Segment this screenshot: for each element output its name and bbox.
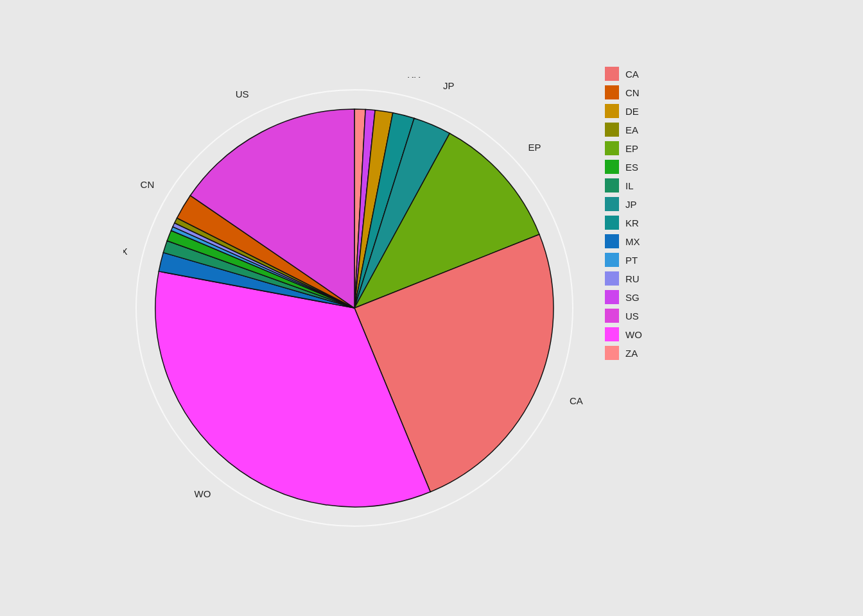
legend-label-es: ES	[625, 162, 638, 173]
legend-item-cn: CN	[605, 85, 740, 99]
legend-item-de: DE	[605, 104, 740, 118]
legend-item-za: ZA	[605, 346, 740, 360]
legend-label-sg: SG	[625, 292, 640, 303]
legend-item-ea: EA	[605, 123, 740, 137]
legend-color-es	[605, 160, 619, 174]
pie-label-kr: KR	[407, 77, 421, 80]
legend-color-mx	[605, 234, 619, 248]
legend-label-ea: EA	[625, 124, 638, 135]
pie-label-wo: WO	[195, 488, 211, 499]
legend-color-pt	[605, 253, 619, 267]
legend-label-il: IL	[625, 180, 634, 191]
legend-item-jp: JP	[605, 197, 740, 211]
legend-item-ep: EP	[605, 141, 740, 155]
legend-item-es: ES	[605, 160, 740, 174]
legend-label-kr: KR	[625, 218, 639, 228]
legend-label-us: US	[625, 311, 639, 321]
legend: CA CN DE EA EP ES IL JP KR MX PT RU SG U…	[598, 32, 740, 584]
legend-color-wo	[605, 327, 619, 341]
legend-label-ep: EP	[625, 143, 638, 154]
pie-container: DEKRJPEPCAWOMXCNUS	[110, 32, 598, 584]
legend-label-pt: PT	[625, 255, 638, 266]
legend-color-za	[605, 346, 619, 360]
legend-label-cn: CN	[625, 87, 640, 98]
legend-item-us: US	[605, 309, 740, 323]
legend-color-kr	[605, 216, 619, 230]
legend-color-jp	[605, 197, 619, 211]
pie-label-cn: CN	[141, 179, 155, 190]
chart-area: DEKRJPEPCAWOMXCNUS CA CN DE EA EP ES IL …	[110, 19, 753, 597]
legend-color-ea	[605, 123, 619, 137]
legend-label-ru: RU	[625, 273, 640, 284]
legend-item-sg: SG	[605, 290, 740, 304]
legend-label-wo: WO	[625, 329, 642, 340]
main-container: DEKRJPEPCAWOMXCNUS CA CN DE EA EP ES IL …	[0, 0, 863, 616]
pie-label-ep: EP	[528, 142, 541, 153]
legend-label-de: DE	[625, 106, 639, 117]
legend-item-ru: RU	[605, 271, 740, 286]
legend-color-sg	[605, 290, 619, 304]
legend-color-de	[605, 104, 619, 118]
legend-item-ca: CA	[605, 67, 740, 81]
legend-item-mx: MX	[605, 234, 740, 248]
legend-color-ep	[605, 141, 619, 155]
legend-label-ca: CA	[625, 69, 639, 80]
legend-color-ru	[605, 271, 619, 286]
legend-color-ca	[605, 67, 619, 81]
legend-color-il	[605, 178, 619, 193]
legend-label-za: ZA	[625, 348, 638, 359]
legend-item-il: IL	[605, 178, 740, 193]
legend-item-pt: PT	[605, 253, 740, 267]
pie-label-mx: MX	[123, 246, 127, 257]
legend-label-mx: MX	[625, 236, 640, 247]
pie-label-us: US	[236, 89, 249, 99]
pie-chart-svg: DEKRJPEPCAWOMXCNUS	[123, 77, 586, 539]
legend-color-us	[605, 309, 619, 323]
legend-color-cn	[605, 85, 619, 99]
pie-label-ca: CA	[570, 395, 583, 406]
legend-label-jp: JP	[625, 199, 637, 210]
legend-item-kr: KR	[605, 216, 740, 230]
pie-label-jp: JP	[443, 80, 455, 91]
legend-item-wo: WO	[605, 327, 740, 341]
legend-items: CA CN DE EA EP ES IL JP KR MX PT RU SG U…	[605, 67, 740, 364]
